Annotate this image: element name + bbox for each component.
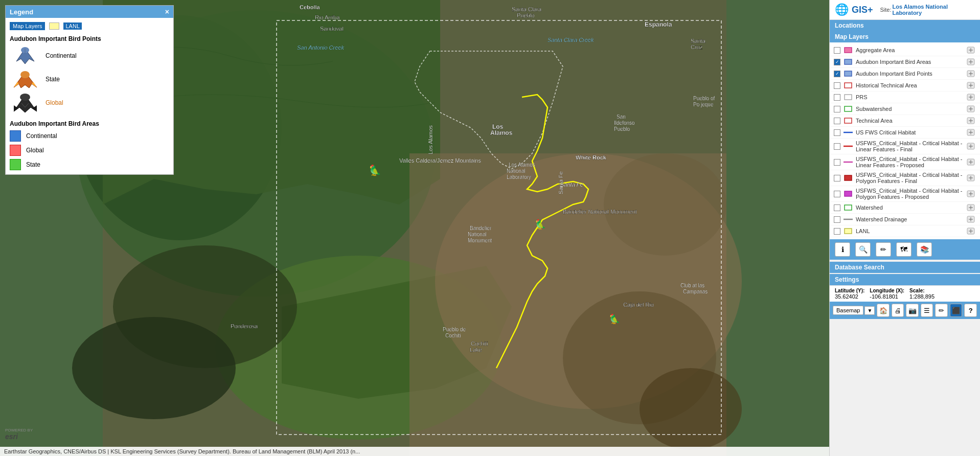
layer-item-5[interactable]: Subwatershed bbox=[830, 103, 980, 115]
layer-item-4[interactable]: PRS bbox=[830, 92, 980, 103]
layers-tool-button[interactable]: 📚 bbox=[917, 242, 932, 257]
legend-close-button[interactable]: × bbox=[165, 8, 169, 16]
svg-text:Bandelier: Bandelier bbox=[470, 225, 492, 231]
layer-action-0[interactable] bbox=[966, 46, 976, 54]
svg-text:Sandoval: Sandoval bbox=[320, 26, 344, 32]
map-area[interactable]: 🦜 🦜 🦜 Cebolla Rio Arriba Sandoval Santa … bbox=[0, 0, 829, 456]
longitude-value: -106.81801 bbox=[870, 293, 904, 300]
layer-action-7[interactable] bbox=[966, 128, 976, 136]
list-button[interactable]: ☰ bbox=[921, 304, 933, 317]
latitude-label: Latitude (Y): bbox=[835, 288, 864, 293]
layer-action-10[interactable] bbox=[966, 174, 976, 182]
area-global-label: Global bbox=[26, 147, 44, 154]
layer-swatch-11 bbox=[844, 190, 853, 197]
layer-action-6[interactable] bbox=[966, 117, 976, 125]
legend-lanl-label: LANL bbox=[63, 22, 82, 30]
layer-checkbox-3[interactable] bbox=[834, 82, 840, 89]
map-tool-button[interactable]: 🗺 bbox=[896, 242, 911, 257]
layer-checkbox-2[interactable]: ✓ bbox=[834, 71, 840, 77]
fill-button[interactable]: ⬛ bbox=[950, 304, 963, 317]
svg-text:Caja del Rio: Caja del Rio bbox=[623, 302, 654, 308]
svg-rect-76 bbox=[845, 71, 852, 76]
layer-checkbox-9[interactable] bbox=[834, 159, 840, 166]
database-search-header[interactable]: Database Search bbox=[830, 262, 980, 273]
basemap-selector[interactable]: Basemap ▼ bbox=[833, 306, 875, 315]
layer-item-14[interactable]: LANL bbox=[830, 225, 980, 237]
layer-swatch-4 bbox=[844, 94, 853, 101]
attribution-text: Earthstar Geographics, CNES/Airbus DS | … bbox=[4, 448, 360, 454]
layer-action-3[interactable] bbox=[966, 81, 976, 89]
layer-swatch-5 bbox=[844, 105, 853, 112]
svg-text:Ponderosa: Ponderosa bbox=[231, 323, 258, 329]
search-tool-button[interactable]: 🔍 bbox=[855, 242, 871, 257]
svg-text:San Antonio Creek: San Antonio Creek bbox=[297, 44, 344, 51]
legend-area-continental: Continental bbox=[10, 130, 169, 142]
layer-action-12[interactable] bbox=[966, 203, 976, 212]
layer-checkbox-6[interactable] bbox=[834, 118, 840, 124]
screenshot-button[interactable]: 📷 bbox=[906, 304, 919, 317]
layer-action-11[interactable] bbox=[966, 190, 976, 198]
layer-checkbox-0[interactable] bbox=[834, 47, 840, 54]
layer-checkbox-10[interactable] bbox=[834, 175, 840, 181]
draw-button[interactable]: ✏ bbox=[935, 304, 948, 317]
legend-bird-areas-list: Continental Global State bbox=[10, 130, 169, 170]
svg-rect-108 bbox=[845, 175, 852, 180]
layer-item-1[interactable]: ✓Audubon Important Bird Areas bbox=[830, 56, 980, 68]
svg-text:Cochiti: Cochiti bbox=[471, 340, 488, 347]
layer-action-14[interactable] bbox=[966, 227, 976, 235]
layer-item-7[interactable]: US FWS Critical Habitat bbox=[830, 127, 980, 139]
layer-action-1[interactable] bbox=[966, 58, 976, 66]
edit-tool-button[interactable]: ✏ bbox=[876, 242, 891, 257]
svg-text:Pueblo of: Pueblo of bbox=[693, 96, 715, 101]
layer-checkbox-7[interactable] bbox=[834, 129, 840, 136]
layer-checkbox-1[interactable]: ✓ bbox=[834, 59, 840, 65]
layer-checkbox-12[interactable] bbox=[834, 204, 840, 211]
svg-text:Valles Caldera/Jemez Mountains: Valles Caldera/Jemez Mountains bbox=[399, 157, 481, 164]
svg-text:Pueblo: Pueblo bbox=[614, 126, 630, 132]
basemap-dropdown-arrow[interactable]: ▼ bbox=[864, 306, 875, 315]
svg-text:National: National bbox=[507, 168, 526, 174]
legend-lanl-icon bbox=[49, 22, 59, 30]
svg-rect-88 bbox=[845, 106, 852, 111]
svg-text:Santa Clara Creek: Santa Clara Creek bbox=[548, 37, 594, 43]
layer-action-9[interactable] bbox=[966, 158, 976, 166]
layer-checkbox-11[interactable] bbox=[834, 191, 840, 197]
svg-text:San: San bbox=[617, 114, 626, 120]
layer-item-6[interactable]: Technical Area bbox=[830, 115, 980, 127]
layer-action-5[interactable] bbox=[966, 105, 976, 113]
latitude-group: Latitude (Y): 35.62402 bbox=[835, 288, 864, 300]
layer-item-3[interactable]: Historical Technical Area bbox=[830, 80, 980, 92]
layer-item-10[interactable]: USFWS_Critical_Habitat - Critical Habita… bbox=[830, 170, 980, 186]
layer-item-2[interactable]: ✓Audubon Important Bird Points bbox=[830, 68, 980, 80]
svg-rect-80 bbox=[845, 83, 852, 88]
coordinates-bar: Latitude (Y): 35.62402 Longitude (X): -1… bbox=[830, 285, 980, 302]
print-button[interactable]: 🖨 bbox=[892, 304, 904, 317]
layer-swatch-6 bbox=[844, 117, 853, 124]
layer-swatch-9 bbox=[844, 158, 853, 166]
help-button[interactable]: ? bbox=[964, 304, 977, 317]
info-tool-button[interactable]: ℹ bbox=[835, 242, 850, 257]
layer-checkbox-4[interactable] bbox=[834, 94, 840, 101]
layer-checkbox-13[interactable] bbox=[834, 216, 840, 223]
layer-item-8[interactable]: USFWS_Critical_Habitat - Critical Habita… bbox=[830, 139, 980, 154]
layer-item-0[interactable]: Aggregate Area bbox=[830, 44, 980, 56]
locations-section-header[interactable]: Locations bbox=[830, 20, 980, 31]
layer-checkbox-8[interactable] bbox=[834, 143, 840, 150]
layer-checkbox-5[interactable] bbox=[834, 106, 840, 112]
layer-item-13[interactable]: Watershed Drainage bbox=[830, 214, 980, 225]
layer-item-9[interactable]: USFWS_Critical_Habitat - Critical Habita… bbox=[830, 154, 980, 170]
layer-action-13[interactable] bbox=[966, 215, 976, 223]
layer-item-12[interactable]: Watershed bbox=[830, 202, 980, 214]
layer-name-0: Aggregate Area bbox=[856, 47, 963, 53]
layer-checkbox-14[interactable] bbox=[834, 228, 840, 235]
layer-swatch-3 bbox=[844, 82, 853, 89]
svg-text:Pueblo: Pueblo bbox=[517, 12, 534, 18]
layer-action-2[interactable] bbox=[966, 70, 976, 78]
settings-header[interactable]: Settings bbox=[830, 274, 980, 285]
home-button[interactable]: 🏠 bbox=[877, 304, 890, 317]
svg-rect-84 bbox=[845, 95, 852, 100]
layer-action-8[interactable] bbox=[966, 142, 976, 150]
layer-item-11[interactable]: USFWS_Critical_Habitat - Critical Habita… bbox=[830, 186, 980, 202]
map-layers-section-header[interactable]: Map Layers bbox=[830, 31, 980, 42]
layer-action-4[interactable] bbox=[966, 93, 976, 101]
